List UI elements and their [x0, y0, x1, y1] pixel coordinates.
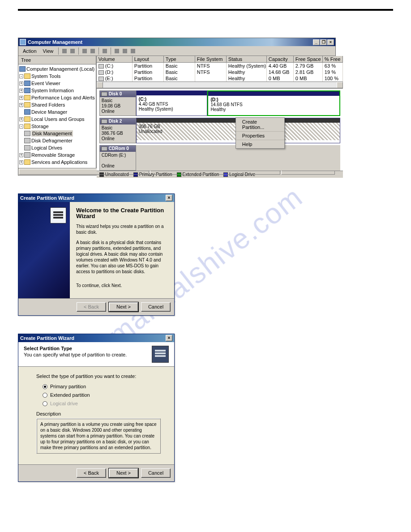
menu-view[interactable]: View [40, 47, 56, 55]
toolbar-icon[interactable] [129, 47, 137, 55]
tree-item-shared-folders[interactable]: +Shared Folders [19, 101, 95, 108]
maximize-button[interactable]: ❐ [320, 39, 327, 45]
tree-item-logical-drives[interactable]: Logical Drives [19, 144, 95, 151]
tree-root[interactable]: Computer Management (Local) [19, 65, 95, 73]
context-menu: Create Partition... Properties Help [235, 117, 285, 149]
refresh-icon[interactable] [101, 47, 108, 55]
cell: NTFS [195, 63, 227, 69]
tree-item-removable[interactable]: +Removable Storage [19, 151, 95, 159]
menubar: Action View [18, 46, 335, 56]
disk-row[interactable]: Disk 2 Basic 386.76 GB Online 306.76 GBU… [99, 118, 340, 143]
menuitem-properties[interactable]: Properties [236, 132, 284, 140]
cancel-button[interactable]: Cancel [141, 468, 171, 478]
close-button[interactable]: × [327, 39, 334, 45]
tree-item-event-viewer[interactable]: +Event Viewer [19, 80, 95, 87]
cancel-button[interactable]: Cancel [141, 302, 171, 312]
radio-extended-partition[interactable]: Extended partition [43, 392, 161, 399]
cell: Healthy [227, 75, 267, 82]
nav-back-icon[interactable] [61, 47, 68, 55]
expand-icon[interactable]: + [19, 103, 23, 107]
volume-row[interactable]: (D:) Partition Basic NTFS Healthy 14.68 … [97, 69, 343, 75]
description-text: A primary partition is a volume you crea… [36, 418, 161, 454]
volume-row[interactable]: (C:) Partition Basic NTFS Healthy (Syste… [97, 63, 343, 69]
disk-icon [101, 92, 107, 96]
col-capacity[interactable]: Capacity [267, 56, 294, 62]
wizard-titlebar[interactable]: Create Partition Wizard × [18, 334, 174, 342]
disk-row[interactable]: CDRom 0 CDRom (E:) Online [99, 145, 340, 171]
close-button[interactable]: × [166, 195, 172, 201]
close-button[interactable]: × [166, 335, 172, 341]
next-button[interactable]: Next > [109, 468, 138, 478]
toolbar-icon[interactable] [113, 47, 120, 55]
collapse-icon[interactable]: - [19, 74, 23, 78]
cell: 2.79 GB [294, 63, 323, 69]
radio-icon[interactable] [43, 384, 47, 389]
col-filesystem[interactable]: File System [195, 56, 227, 62]
tree-item-defragmenter[interactable]: Disk Defragmenter [19, 137, 95, 144]
disk-state: Online [102, 109, 115, 114]
removable-icon [24, 152, 30, 158]
description-group: Description A primary partition is a vol… [36, 411, 161, 454]
tree-label: Services and Applications [31, 159, 87, 165]
scroll-track[interactable] [103, 82, 337, 88]
defrag-icon [24, 138, 30, 143]
minimize-button[interactable]: _ [313, 39, 320, 45]
next-button[interactable]: Next > [109, 302, 138, 312]
tree-item-system-tools[interactable]: -System Tools [19, 73, 95, 80]
titlebar[interactable]: Computer Management _ ❐ × [18, 38, 335, 46]
partition-empty [136, 145, 340, 171]
wizard-titlebar[interactable]: Create Partition Wizard × [18, 194, 174, 202]
col-freespace[interactable]: Free Space [294, 56, 323, 62]
col-pctfree[interactable]: % Free [323, 56, 343, 62]
perflogs-icon [24, 95, 30, 100]
expand-icon[interactable]: + [19, 153, 23, 157]
volume-row[interactable]: (E:) Partition Basic Healthy 0 MB 0 MB 1… [97, 75, 343, 82]
tree-item-services[interactable]: +Services and Applications [19, 159, 95, 166]
toolbar-icon[interactable] [81, 47, 88, 55]
col-volume[interactable]: Volume [97, 56, 133, 62]
cell: 0 MB [294, 75, 323, 82]
tree-item-storage[interactable]: -Storage [19, 123, 95, 130]
scroll-left-button[interactable] [97, 82, 103, 88]
drives-icon [24, 145, 30, 150]
tree-item-perf-logs[interactable]: +Performance Logs and Alerts [19, 94, 95, 101]
back-button[interactable]: < Back [77, 468, 106, 478]
tree-item-local-users[interactable]: +Local Users and Groups [19, 116, 95, 123]
disk-row[interactable]: Disk 0 Basic 19.08 GB Online (C:)4.40 GB… [99, 90, 340, 116]
col-status[interactable]: Status [227, 56, 267, 62]
expand-icon[interactable]: + [19, 82, 23, 86]
nav-forward-icon[interactable] [69, 47, 76, 55]
partition-letter: (C:) [139, 97, 146, 102]
tree-item-disk-management[interactable]: Disk Management [19, 130, 95, 137]
menuitem-create-partition[interactable]: Create Partition... [236, 118, 284, 132]
folder-icon [24, 124, 30, 129]
partition-c[interactable]: (C:)4.40 GB NTFSHealthy (System) [136, 90, 208, 116]
tree-label: Removable Storage [31, 152, 75, 158]
description-label: Description [36, 411, 161, 417]
toolbar-icon[interactable] [89, 47, 96, 55]
h-scrollbar[interactable] [97, 82, 343, 88]
tree-item-system-info[interactable]: +System Information [19, 87, 95, 94]
expand-icon[interactable]: + [19, 89, 23, 93]
scroll-right-button[interactable] [337, 82, 343, 88]
collapse-icon[interactable]: - [19, 124, 23, 129]
partition-d[interactable]: (D:)14.68 GB NTFSHealthy [207, 90, 340, 116]
computer-management-window: Computer Management _ ❐ × Action View Tr… [18, 38, 336, 176]
menuitem-help[interactable]: Help [236, 140, 284, 148]
users-icon [24, 116, 30, 122]
expand-icon[interactable]: + [19, 160, 23, 164]
wizard-title: Create Partition Wizard [20, 335, 74, 341]
cell: Partition [133, 63, 164, 69]
tree-item-device-manager[interactable]: Device Manager [19, 108, 95, 116]
expand-icon[interactable]: + [19, 96, 23, 100]
radio-primary-partition[interactable]: Primary partition [43, 383, 161, 390]
expand-icon[interactable]: + [19, 117, 23, 121]
cdrom-icon [101, 146, 107, 151]
cell: (D:) [105, 69, 113, 75]
col-layout[interactable]: Layout [133, 56, 164, 62]
radio-icon [43, 401, 47, 406]
menu-action[interactable]: Action [20, 47, 39, 55]
radio-icon[interactable] [43, 393, 47, 398]
toolbar-icon[interactable] [121, 47, 128, 55]
col-type[interactable]: Type [164, 56, 195, 62]
